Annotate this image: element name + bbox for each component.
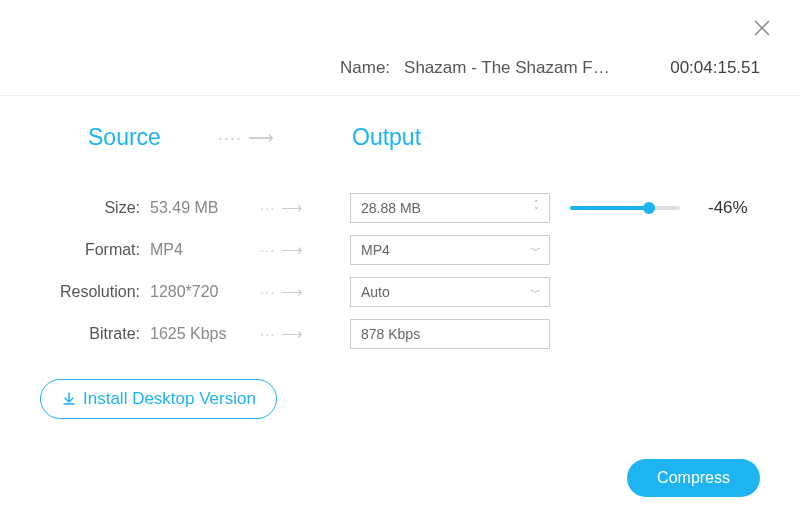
arrow-icon: ··· ⟶ (260, 241, 350, 259)
arrow-icon: ··· ⟶ (260, 199, 350, 217)
format-output-select[interactable]: MP4 ﹀ (350, 235, 550, 265)
size-percent: -46% (708, 198, 748, 218)
close-icon[interactable] (752, 18, 772, 38)
name-value: Shazam - The Shazam F… (404, 58, 634, 78)
row-resolution: Resolution: 1280*720 ··· ⟶ Auto ﹀ (0, 271, 800, 313)
row-bitrate: Bitrate: 1625 Kbps ··· ⟶ 878 Kbps (0, 313, 800, 355)
chevron-down-icon: ﹀ (530, 245, 541, 256)
size-source-value: 53.49 MB (150, 199, 260, 217)
size-output-value: 28.88 MB (361, 200, 421, 216)
resolution-output-select[interactable]: Auto ﹀ (350, 277, 550, 307)
resolution-label: Resolution: (0, 283, 150, 301)
install-desktop-label: Install Desktop Version (83, 389, 256, 409)
download-icon (61, 391, 77, 407)
size-output-stepper[interactable]: 28.88 MB ˄˅ (350, 193, 550, 223)
stepper-arrows-icon[interactable]: ˄˅ (523, 194, 549, 222)
slider-thumb[interactable] (643, 202, 655, 214)
bitrate-output-field[interactable]: 878 Kbps (350, 319, 550, 349)
duration: 00:04:15.51 (670, 58, 760, 78)
heading-arrow-icon: ···· ⟶ (218, 127, 338, 149)
compress-button[interactable]: Compress (627, 459, 760, 497)
header: Name: Shazam - The Shazam F… 00:04:15.51 (0, 0, 800, 96)
resolution-output-value: Auto (361, 284, 390, 300)
arrow-icon: ··· ⟶ (260, 325, 350, 343)
row-format: Format: MP4 ··· ⟶ MP4 ﹀ (0, 229, 800, 271)
name-label: Name: (340, 58, 390, 78)
resolution-source-value: 1280*720 (150, 283, 260, 301)
row-size: Size: 53.49 MB ··· ⟶ 28.88 MB ˄˅ -46% (0, 187, 800, 229)
size-slider[interactable] (570, 206, 680, 210)
format-output-value: MP4 (361, 242, 390, 258)
output-heading: Output (352, 124, 421, 151)
size-label: Size: (0, 199, 150, 217)
source-heading: Source (88, 124, 218, 151)
chevron-down-icon: ﹀ (530, 287, 541, 298)
content: Source ···· ⟶ Output Size: 53.49 MB ··· … (0, 96, 800, 419)
install-desktop-button[interactable]: Install Desktop Version (40, 379, 277, 419)
slider-fill (570, 206, 649, 210)
bitrate-output-value: 878 Kbps (361, 326, 420, 342)
format-source-value: MP4 (150, 241, 260, 259)
bitrate-source-value: 1625 Kbps (150, 325, 260, 343)
bitrate-label: Bitrate: (0, 325, 150, 343)
arrow-icon: ··· ⟶ (260, 283, 350, 301)
compress-label: Compress (657, 469, 730, 486)
format-label: Format: (0, 241, 150, 259)
